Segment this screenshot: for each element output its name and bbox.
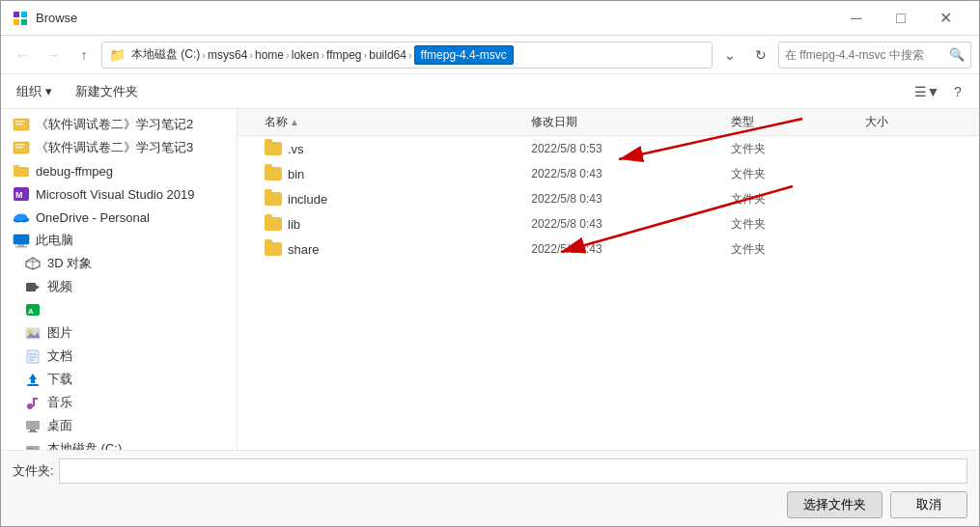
forward-button[interactable]: → bbox=[40, 42, 67, 69]
bottom-area: 文件夹: 选择文件夹 取消 bbox=[1, 450, 979, 526]
select-folder-button[interactable]: 选择文件夹 bbox=[787, 491, 882, 518]
bottom-buttons: 选择文件夹 取消 bbox=[13, 491, 967, 518]
sidebar-item-thispc[interactable]: 此电脑 bbox=[1, 229, 237, 252]
breadcrumb-build64[interactable]: build64 bbox=[369, 48, 406, 62]
folder-icon-include bbox=[265, 190, 282, 208]
file-date-lib: 2022/5/8 0:43 bbox=[531, 217, 731, 231]
svg-rect-43 bbox=[33, 398, 38, 400]
sidebar-item-3d[interactable]: 3D 对象 bbox=[1, 252, 237, 275]
docs-icon bbox=[24, 347, 42, 365]
file-type-include: 文件夹 bbox=[731, 191, 864, 208]
close-button[interactable]: ✕ bbox=[923, 4, 967, 33]
toolbar: 组织 ▾ 新建文件夹 ☰▼ ? bbox=[1, 74, 979, 109]
disk-icon bbox=[24, 440, 42, 450]
notebook1-icon bbox=[13, 116, 30, 133]
new-folder-button[interactable]: 新建文件夹 bbox=[68, 80, 146, 103]
folder-icon-vs bbox=[265, 140, 282, 157]
sidebar-item-desktop[interactable]: 桌面 bbox=[1, 414, 237, 437]
sidebar-label-vs2019: Microsoft Visual Studio 2019 bbox=[36, 187, 195, 202]
help-button[interactable]: ? bbox=[944, 78, 971, 105]
dropdown-button[interactable]: ⌄ bbox=[716, 42, 743, 69]
header-name[interactable]: 名称 ▲ bbox=[245, 114, 531, 130]
minimize-button[interactable]: ─ bbox=[834, 4, 879, 33]
sidebar-item-onedrive[interactable]: OneDrive - Personal bbox=[1, 206, 237, 229]
folder-icon-nav: 📁 bbox=[108, 46, 126, 64]
svg-marker-29 bbox=[36, 285, 40, 290]
refresh-button[interactable]: ↻ bbox=[747, 42, 774, 69]
up-button[interactable]: ↑ bbox=[70, 42, 98, 69]
header-type[interactable]: 类型 bbox=[731, 114, 864, 130]
organize-label: 组织 bbox=[16, 83, 42, 100]
back-button[interactable]: ← bbox=[9, 42, 36, 69]
desktop-icon bbox=[24, 417, 42, 434]
sidebar-item-music[interactable]: 音乐 bbox=[1, 391, 237, 414]
svg-rect-24 bbox=[15, 246, 27, 248]
filename-label: 文件夹: bbox=[13, 462, 51, 480]
sidebar-label-thispc: 此电脑 bbox=[36, 232, 73, 249]
breadcrumb-loken[interactable]: loken bbox=[292, 48, 320, 62]
search-icon[interactable]: 🔍 bbox=[949, 47, 965, 62]
downloads-icon bbox=[24, 371, 42, 388]
file-date-bin: 2022/5/8 0:43 bbox=[531, 167, 731, 180]
breadcrumb-active[interactable]: ffmepg-4.4-msvc bbox=[414, 45, 514, 65]
file-name-lib: lib bbox=[288, 217, 531, 232]
sidebar-item-pictures[interactable]: 图片 bbox=[1, 321, 237, 345]
sidebar-item-debug[interactable]: debug-ffmpeg bbox=[1, 159, 237, 182]
file-row[interactable]: bin 2022/5/8 0:43 文件夹 bbox=[238, 161, 979, 186]
sidebar-label-video: 视频 bbox=[47, 278, 72, 295]
sidebar-item-docs[interactable]: 文档 bbox=[1, 345, 237, 368]
cancel-button[interactable]: 取消 bbox=[890, 491, 967, 518]
header-date[interactable]: 修改日期 bbox=[531, 114, 731, 130]
organize-arrow: ▾ bbox=[45, 84, 52, 98]
sidebar-item-localdisk[interactable]: 本地磁盘 (C:) bbox=[1, 437, 237, 450]
sidebar-label-3d: 3D 对象 bbox=[47, 255, 92, 272]
content-area: 《软件调试卷二》学习笔记2 《软件调试卷二》学习笔记3 bbox=[1, 109, 979, 526]
svg-rect-15 bbox=[14, 165, 19, 168]
file-row-include[interactable]: include 2022/5/8 0:43 文件夹 bbox=[238, 186, 979, 211]
sidebar-label-downloads: 下载 bbox=[47, 371, 72, 388]
file-name-include: include bbox=[288, 192, 531, 207]
file-type-share: 文件夹 bbox=[731, 241, 864, 258]
file-row[interactable]: share 2022/5/8 0:43 文件夹 bbox=[238, 236, 979, 262]
sidebar-item-downloads[interactable]: 下载 bbox=[1, 368, 237, 391]
nav-bar: ← → ↑ 📁 本地磁盘 (C:) › msys64 › home › loke… bbox=[1, 36, 979, 74]
sidebar: 《软件调试卷二》学习笔记2 《软件调试卷二》学习笔记3 bbox=[1, 109, 238, 450]
music-icon bbox=[24, 394, 42, 411]
organize-button[interactable]: 组织 ▾ bbox=[9, 80, 60, 103]
maximize-button[interactable]: □ bbox=[879, 4, 923, 33]
svg-rect-11 bbox=[15, 144, 25, 146]
sidebar-item-vs2019[interactable]: M Microsoft Visual Studio 2019 bbox=[1, 182, 237, 206]
svg-rect-1 bbox=[21, 12, 27, 17]
sort-arrow: ▲ bbox=[290, 117, 299, 127]
svg-text:M: M bbox=[15, 190, 23, 200]
search-input[interactable] bbox=[785, 48, 949, 62]
svg-rect-45 bbox=[30, 430, 36, 431]
breadcrumb-localdisk[interactable]: 本地磁盘 (C:) bbox=[131, 46, 200, 63]
sidebar-item-video[interactable]: 视频 bbox=[1, 275, 237, 298]
svg-point-21 bbox=[14, 215, 21, 220]
file-type-vs: 文件夹 bbox=[731, 141, 864, 157]
sidebar-item-notebook2[interactable]: 《软件调试卷二》学习笔记3 bbox=[1, 136, 237, 159]
header-size[interactable]: 大小 bbox=[865, 114, 971, 130]
file-type-bin: 文件夹 bbox=[731, 166, 864, 182]
file-date-vs: 2022/5/8 0:53 bbox=[531, 142, 731, 155]
file-name-vs: .vs bbox=[288, 142, 531, 156]
file-row[interactable]: .vs 2022/5/8 0:53 文件夹 bbox=[238, 136, 979, 161]
filename-input[interactable] bbox=[59, 458, 967, 484]
svg-rect-8 bbox=[15, 121, 25, 123]
green-app-icon: A bbox=[24, 301, 42, 319]
file-date-share: 2022/5/8 0:43 bbox=[531, 242, 731, 256]
address-bar[interactable]: 📁 本地磁盘 (C:) › msys64 › home › loken › ff… bbox=[101, 42, 713, 69]
sidebar-label-debug: debug-ffmpeg bbox=[36, 164, 113, 179]
breadcrumb-ffmpeg[interactable]: ffmpeg bbox=[326, 48, 361, 62]
file-type-lib: 文件夹 bbox=[731, 216, 864, 233]
breadcrumb-home[interactable]: home bbox=[255, 48, 284, 62]
svg-rect-12 bbox=[15, 147, 23, 149]
breadcrumb-msys64[interactable]: msys64 bbox=[208, 48, 247, 62]
sidebar-item-green-app[interactable]: A bbox=[1, 298, 237, 321]
view-toggle-button[interactable]: ☰▼ bbox=[913, 78, 940, 105]
sidebar-item-notebook1[interactable]: 《软件调试卷二》学习笔记2 bbox=[1, 113, 237, 136]
svg-rect-50 bbox=[27, 448, 33, 449]
file-row[interactable]: lib 2022/5/8 0:43 文件夹 bbox=[238, 211, 979, 236]
pictures-icon bbox=[24, 324, 42, 342]
